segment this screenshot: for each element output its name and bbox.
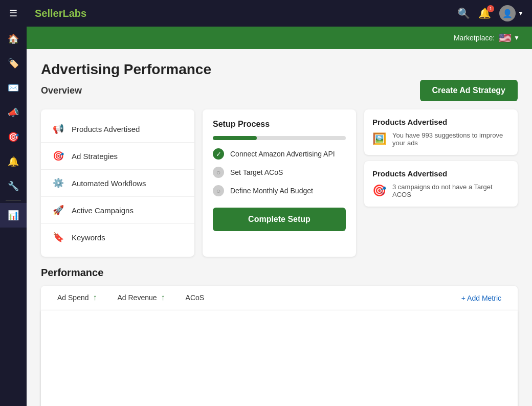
setup-progress-bar [213,136,346,140]
performance-title: Performance [41,267,518,279]
suggestion-1-content: 🖼️ You have 993 suggestions to improve y… [372,131,509,147]
step-2-icon: ○ [213,167,224,178]
ad-strategies-icon: 🎯 [51,149,65,163]
complete-setup-button[interactable]: Complete Setup [213,208,346,231]
suggestions-column: Products Advertised 🖼️ You have 993 sugg… [364,109,518,257]
suggestion-2-title: Products Advertised [372,169,509,178]
sidebar-item-bell[interactable]: 🔔 [0,149,27,174]
menu-item-keywords-label: Keywords [72,233,105,242]
menu-item-strategies-label: Ad Strategies [72,152,118,161]
setup-step-1: ✓ Connect Amazon Advertising API [213,148,346,160]
menu-item-products-advertised[interactable]: 📢 Products Advertised [41,116,194,143]
notification-badge: 1 [487,5,494,12]
sidebar: ☰ 🏠 🏷️ ✉️ 📣 🎯 🔔 🔧 📊 [0,0,27,406]
metrics-tabs: Ad Spend ↑ Ad Revenue ↑ ACoS + Add Metri… [41,286,518,310]
logo: SellerLabs [35,8,86,19]
setup-step-3: ○ Define Monthly Ad Budget [213,185,346,196]
setup-card: Setup Process ✓ Connect Amazon Advertisi… [203,109,356,257]
suggestion-card-2: Products Advertised 🎯 3 campaigns do not… [364,161,518,207]
ad-spend-trend-icon: ↑ [93,293,97,302]
products-advertised-icon: 📢 [51,122,65,136]
sidebar-item-tools[interactable]: 🔧 [0,174,27,198]
automated-workflows-icon: ⚙️ [51,176,65,190]
logo-prefix: Seller [35,8,62,19]
ad-revenue-trend-icon: ↑ [161,293,165,302]
create-ad-strategy-button[interactable]: Create Ad Strategy [420,80,518,101]
setup-title: Setup Process [213,120,346,129]
suggestion-1-title: Products Advertised [372,118,509,126]
metric-tab-ad-revenue[interactable]: Ad Revenue ↑ [107,286,175,310]
suggestion-2-icon: 🎯 [372,184,386,197]
step-1-label: Connect Amazon Advertising API [230,150,335,158]
marketplace-bar: Marketplace: 🇺🇸 ▼ [27,27,532,49]
active-campaigns-icon: 🚀 [51,203,65,217]
suggestion-2-text: 3 campaigns do not have a Target ACOS [392,183,509,198]
topnav: SellerLabs 🔍 🔔 1 👤 ▼ [27,0,532,27]
main-wrapper: SellerLabs 🔍 🔔 1 👤 ▼ Marketplace: 🇺🇸 ▼ A… [27,0,532,406]
sidebar-item-target[interactable]: 🎯 [0,125,27,149]
avatar: 👤 [499,5,516,21]
marketplace-flag: 🇺🇸 [499,32,512,44]
marketplace-chevron[interactable]: ▼ [514,34,520,41]
chart-bars [49,319,509,406]
sidebar-item-megaphone[interactable]: 📣 [0,100,27,125]
metric-tab-acos[interactable]: ACoS [175,286,215,310]
chart-container [41,310,518,406]
suggestion-1-text: You have 993 suggestions to improve your… [392,131,509,147]
menu-item-ad-strategies[interactable]: 🎯 Ad Strategies [41,143,194,170]
sidebar-item-ads[interactable]: 📊 [0,203,27,228]
user-chevron: ▼ [518,10,524,17]
menu-item-automated-workflows[interactable]: ⚙️ Automated Workflows [41,170,194,197]
menu-item-campaigns-label: Active Campaigns [72,206,134,215]
topnav-icons: 🔍 🔔 1 👤 ▼ [457,5,524,21]
add-metric-button[interactable]: + Add Metric [451,286,512,310]
notifications-icon[interactable]: 🔔 1 [478,7,491,19]
search-icon[interactable]: 🔍 [457,7,470,19]
hamburger-menu[interactable]: ☰ [0,0,27,27]
overview-cards: 📢 Products Advertised 🎯 Ad Strategies ⚙️… [41,109,518,257]
menu-card: 📢 Products Advertised 🎯 Ad Strategies ⚙️… [41,109,194,257]
overview-header: Overview Create Ad Strategy [41,80,518,101]
menu-item-active-campaigns[interactable]: 🚀 Active Campaigns [41,197,194,224]
metric-tab-ad-spend[interactable]: Ad Spend ↑ [47,286,107,310]
metric-tab-ad-spend-label: Ad Spend [57,294,89,302]
marketplace-label: Marketplace: [454,34,495,42]
step-3-label: Define Monthly Ad Budget [230,187,313,195]
keywords-icon: 🔖 [51,230,65,244]
page-title: Advertising Performance [41,61,518,78]
menu-item-keywords[interactable]: 🔖 Keywords [41,224,194,251]
step-2-label: Set Target ACoS [230,168,283,176]
sidebar-item-home[interactable]: 🏠 [0,27,27,51]
sidebar-item-tags[interactable]: 🏷️ [0,51,27,76]
metric-tab-acos-label: ACoS [186,294,205,302]
step-1-icon: ✓ [213,148,224,160]
progress-fill [213,136,257,140]
suggestion-2-content: 🎯 3 campaigns do not have a Target ACOS [372,183,509,198]
menu-item-workflows-label: Automated Workflows [72,179,146,188]
logo-suffix: Labs [62,8,86,19]
suggestion-1-icon: 🖼️ [372,132,386,146]
menu-item-products-label: Products Advertised [72,125,140,133]
content-area: Advertising Performance Overview Create … [27,49,532,406]
setup-step-2: ○ Set Target ACoS [213,167,346,178]
step-3-icon: ○ [213,185,224,196]
sidebar-divider [6,200,21,201]
metric-tab-ad-revenue-label: Ad Revenue [118,294,157,302]
overview-label: Overview [41,85,82,96]
performance-section: Ad Spend ↑ Ad Revenue ↑ ACoS + Add Metri… [41,286,518,406]
suggestion-card-1: Products Advertised 🖼️ You have 993 sugg… [364,109,518,155]
user-menu[interactable]: 👤 ▼ [499,5,524,21]
sidebar-item-mail[interactable]: ✉️ [0,76,27,100]
